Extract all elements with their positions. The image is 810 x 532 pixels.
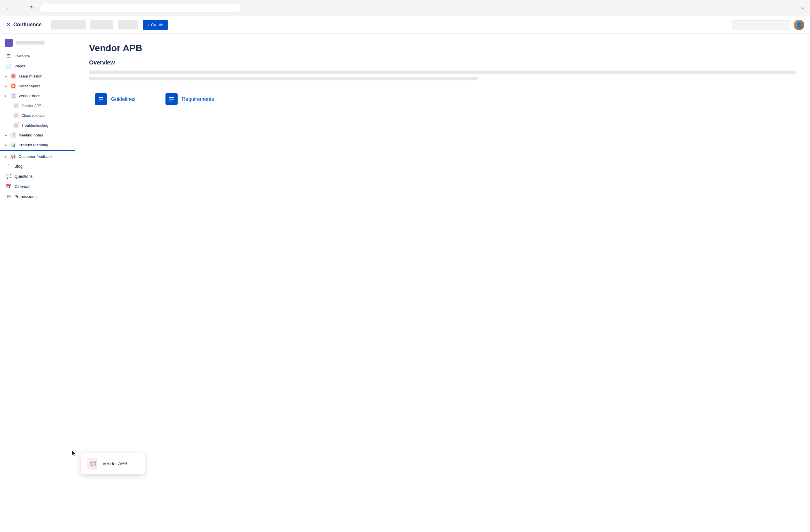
nav-item-3[interactable] [118,20,138,30]
blog-icon: " [6,164,12,169]
browser-back-button[interactable]: ← [5,4,13,12]
search-input[interactable] [732,20,790,30]
sidebar-item-meeting-notes[interactable]: ▶ 📋 Meeting notes [0,130,75,140]
sidebar-item-vendor-apb[interactable]: 📰 Vendor APB [0,101,75,111]
guidelines-icon [95,93,107,105]
guidelines-label: Guidelines [111,96,136,102]
questions-icon: 💬 [6,173,12,179]
tooltip-emoji: 📰 [89,460,96,467]
sidebar-item-overview[interactable]: ☰ Overview [1,51,74,61]
confluence-logo-icon: ✕ [6,21,11,29]
cloud-release-label: Cloud release [21,113,45,118]
nav-item-2[interactable] [90,20,113,30]
questions-label: Questions [14,174,33,179]
sidebar-item-questions[interactable]: 💬 Questions [1,171,74,181]
sidebar-item-cloud-release[interactable]: 📰 Cloud release [0,111,75,120]
workspace-icon [5,39,13,47]
content-placeholder-1 [89,70,796,74]
browser-reload-button[interactable]: ↻ [28,4,36,12]
meeting-notes-emoji: 📋 [11,132,16,138]
svg-rect-5 [169,101,173,101]
permissions-icon: ⊞ [6,194,12,199]
vendor-apb-emoji: 📰 [13,103,19,109]
sidebar-pages-label: Pages [14,64,25,68]
permissions-label: Permissions [14,194,36,199]
sidebar-item-whitepapers[interactable]: ▶ ⭕ Whitepapers [0,81,75,91]
cards-row: Guidelines Requirements [89,88,796,110]
sidebar-item-troubleshooting[interactable]: 📰 Troubleshooting [0,120,75,130]
product-planning-label: Product Planning [18,143,48,147]
whitepapers-label: Whitepapers [18,84,40,88]
sidebar-item-product-planning[interactable]: ▶ 📊 Product Planning [0,140,75,150]
overview-icon: ☰ [6,53,12,59]
page-title: Vendor APB [89,43,796,53]
chevron-icon: ▶ [5,144,8,147]
troubleshooting-label: Troubleshooting [21,123,48,128]
tooltip-label: Vendor APB [102,461,127,466]
header-right: 🔍 👤 [732,20,804,30]
tooltip-icon: 📰 [87,458,98,469]
vendor-docs-emoji: 📋 [11,93,16,99]
whitepapers-emoji: ⭕ [11,83,16,89]
sidebar: ☰ Overview 📄 Pages ▶ 🎯 Team mission ▶ ⭕ … [0,34,75,532]
requirements-icon [165,93,178,105]
blog-label: Blog [14,164,22,169]
sidebar-item-pages[interactable]: 📄 Pages [1,61,74,71]
avatar[interactable]: 👤 [794,20,804,30]
team-mission-emoji: 🎯 [11,73,16,79]
sidebar-item-blog[interactable]: " Blog [1,161,74,171]
sidebar-overview-label: Overview [14,54,30,58]
svg-rect-0 [99,97,103,98]
create-button[interactable]: + Create [143,20,168,30]
chevron-icon: ▶ [5,155,8,158]
workspace-name [16,41,45,45]
customer-feedback-emoji: 📢 [11,153,16,159]
search-wrapper: 🔍 [732,20,790,30]
browser-url-bar[interactable] [39,4,242,13]
sidebar-divider [0,150,75,151]
svg-rect-1 [99,99,103,99]
browser-chrome: ← → ↻ ≡ [0,0,810,16]
svg-rect-3 [169,97,174,98]
svg-rect-4 [169,99,174,99]
content-placeholder-2 [89,77,478,80]
browser-forward-button[interactable]: → [16,4,24,12]
pages-icon: 📄 [6,63,12,69]
cloud-release-emoji: 📰 [13,113,19,118]
calendar-label: Calendar [14,184,31,189]
avatar-image: 👤 [794,20,804,30]
sidebar-item-customer-feedback[interactable]: ▶ 📢 Customer feedback [0,151,75,161]
browser-menu-button[interactable]: ≡ [800,4,805,12]
app-name: Confluence [13,22,42,28]
team-mission-label: Team mission [18,74,43,78]
guidelines-card[interactable]: Guidelines [89,88,153,110]
chevron-icon: ▶ [5,94,8,97]
troubleshooting-emoji: 📰 [13,122,19,128]
requirements-label: Requirements [182,96,214,102]
svg-rect-2 [99,101,102,101]
vendor-apb-label: Vendor APB [21,103,42,108]
vendor-docs-label: Vendor docs [18,94,40,98]
content-area: Vendor APB Overview Guidelines [75,34,810,532]
sidebar-item-calendar[interactable]: 📅 Calendar [1,181,74,192]
chevron-icon: ▶ [5,74,8,78]
sidebar-item-vendor-docs[interactable]: ▶ 📋 Vendor docs [0,91,75,101]
tooltip-popup: 📰 Vendor APB [81,453,145,474]
sidebar-item-team-mission[interactable]: ▶ 🎯 Team mission [0,71,75,81]
workspace-header[interactable] [0,37,75,51]
app-header: ✕ Confluence + Create 🔍 👤 [0,16,810,34]
logo[interactable]: ✕ Confluence [6,21,42,29]
customer-feedback-label: Customer feedback [18,154,52,159]
meeting-notes-label: Meeting notes [18,133,43,137]
nav-item-1[interactable] [51,20,86,30]
requirements-card[interactable]: Requirements [160,88,223,110]
chevron-icon: ▶ [5,134,8,137]
product-planning-emoji: 📊 [11,142,16,148]
calendar-icon: 📅 [6,184,12,189]
sidebar-item-permissions[interactable]: ⊞ Permissions [1,192,74,201]
section-title: Overview [89,59,796,66]
chevron-icon: ▶ [5,84,8,88]
